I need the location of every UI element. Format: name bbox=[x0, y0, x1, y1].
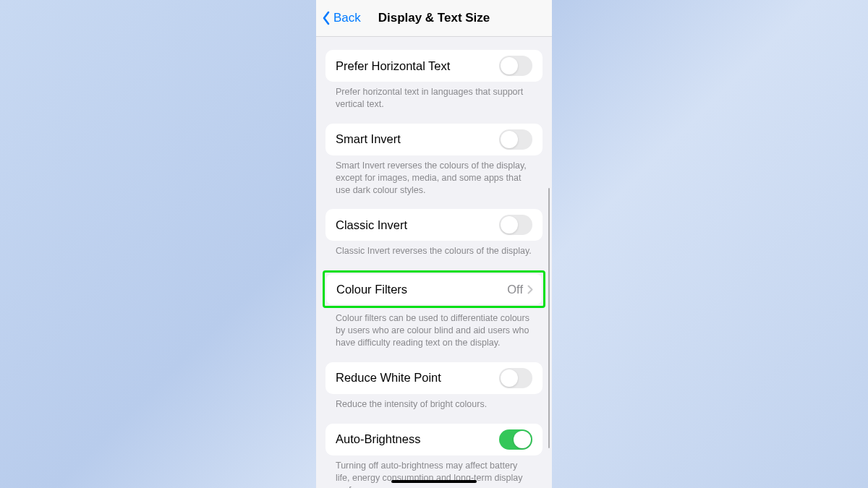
toggle-knob bbox=[501, 369, 518, 387]
label-smart-invert: Smart Invert bbox=[336, 132, 401, 146]
label-reduce-white-point: Reduce White Point bbox=[336, 371, 441, 385]
caption-colour-filters: Colour filters can be used to differenti… bbox=[326, 308, 542, 349]
chevron-left-icon bbox=[322, 11, 331, 25]
toggle-knob bbox=[501, 216, 518, 234]
content-scroll[interactable]: Prefer Horizontal Text Prefer horizontal… bbox=[316, 37, 552, 488]
page-title: Display & Text Size bbox=[378, 11, 490, 25]
row-auto-brightness[interactable]: Auto-Brightness bbox=[326, 424, 542, 455]
section-classic-invert: Classic Invert Classic Invert reverses t… bbox=[326, 209, 542, 257]
row-colour-filters[interactable]: Colour Filters Off bbox=[326, 274, 542, 304]
toggle-smart-invert[interactable] bbox=[499, 129, 532, 150]
home-indicator[interactable] bbox=[391, 480, 477, 484]
nav-right: Off bbox=[507, 283, 533, 296]
section-auto-brightness: Auto-Brightness Turning off auto-brightn… bbox=[326, 424, 542, 488]
label-auto-brightness: Auto-Brightness bbox=[336, 432, 420, 446]
caption-smart-invert: Smart Invert reverses the colours of the… bbox=[326, 155, 542, 197]
row-smart-invert[interactable]: Smart Invert bbox=[326, 124, 542, 155]
nav-header: Back Display & Text Size bbox=[316, 0, 552, 37]
value-colour-filters: Off bbox=[507, 283, 523, 296]
back-button[interactable]: Back bbox=[322, 11, 361, 25]
toggle-classic-invert[interactable] bbox=[499, 215, 532, 235]
caption-prefer-horizontal: Prefer horizontal text in languages that… bbox=[326, 82, 542, 111]
toggle-knob bbox=[501, 131, 518, 148]
toggle-knob bbox=[514, 431, 531, 448]
highlight-box: Colour Filters Off bbox=[323, 270, 545, 308]
caption-auto-brightness: Turning off auto-brightness may affect b… bbox=[326, 455, 542, 488]
section-reduce-white-point: Reduce White Point Reduce the intensity … bbox=[326, 362, 542, 411]
caption-reduce-white-point: Reduce the intensity of bright colours. bbox=[326, 394, 542, 411]
chevron-right-icon bbox=[527, 285, 533, 294]
back-label: Back bbox=[333, 11, 361, 25]
toggle-auto-brightness[interactable] bbox=[499, 429, 532, 450]
section-prefer-horizontal: Prefer Horizontal Text Prefer horizontal… bbox=[326, 50, 542, 111]
label-classic-invert: Classic Invert bbox=[336, 218, 407, 232]
scrollbar-thumb[interactable] bbox=[548, 188, 550, 448]
row-classic-invert[interactable]: Classic Invert bbox=[326, 209, 542, 241]
phone-frame: Back Display & Text Size Prefer Horizont… bbox=[316, 0, 552, 488]
toggle-reduce-white-point[interactable] bbox=[499, 368, 532, 388]
section-smart-invert: Smart Invert Smart Invert reverses the c… bbox=[326, 124, 542, 197]
section-colour-filters: Colour Filters Off Colour filters can be… bbox=[326, 270, 542, 349]
label-prefer-horizontal: Prefer Horizontal Text bbox=[336, 59, 450, 73]
label-colour-filters: Colour Filters bbox=[336, 283, 407, 296]
toggle-prefer-horizontal[interactable] bbox=[499, 56, 532, 76]
row-reduce-white-point[interactable]: Reduce White Point bbox=[326, 362, 542, 394]
row-prefer-horizontal[interactable]: Prefer Horizontal Text bbox=[326, 50, 542, 82]
toggle-knob bbox=[501, 57, 518, 74]
caption-classic-invert: Classic Invert reverses the colours of t… bbox=[326, 241, 542, 257]
